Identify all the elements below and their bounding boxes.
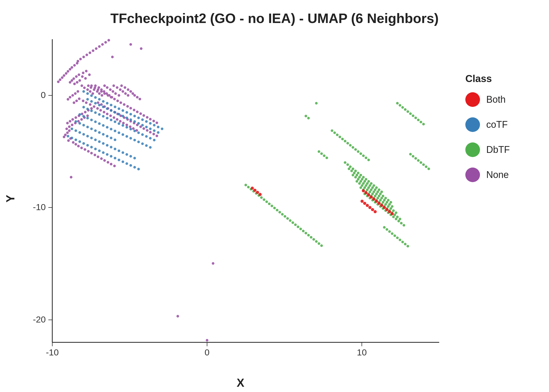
svg-point-249 (137, 131, 140, 134)
svg-point-116 (69, 120, 71, 123)
svg-point-239 (98, 113, 101, 116)
svg-point-145 (104, 41, 107, 44)
svg-point-267 (129, 137, 132, 140)
svg-text:10: 10 (357, 347, 367, 357)
svg-point-432 (307, 117, 310, 119)
svg-point-90 (97, 101, 99, 104)
svg-point-265 (122, 133, 124, 136)
svg-point-224 (118, 113, 120, 116)
svg-point-85 (122, 122, 125, 124)
svg-point-277 (90, 128, 93, 130)
svg-point-335 (348, 168, 350, 170)
svg-point-261 (106, 126, 108, 129)
svg-point-247 (129, 128, 132, 130)
svg-point-173 (113, 165, 116, 167)
svg-point-120 (80, 118, 83, 121)
svg-point-114 (75, 116, 77, 119)
svg-point-316 (125, 162, 128, 165)
svg-point-138 (82, 56, 85, 58)
svg-point-105 (146, 129, 148, 132)
svg-point-216 (86, 98, 89, 101)
legend: Class Both coTF DbTF None (465, 73, 533, 193)
svg-point-112 (81, 113, 83, 115)
svg-point-125 (65, 128, 68, 130)
svg-point-189 (139, 112, 142, 115)
svg-point-490 (412, 155, 414, 158)
svg-point-427 (359, 152, 362, 155)
svg-point-234 (157, 131, 159, 134)
svg-point-266 (125, 135, 128, 138)
svg-point-442 (417, 119, 420, 121)
svg-point-502 (375, 200, 378, 203)
svg-point-457 (404, 243, 407, 245)
svg-point-255 (82, 115, 85, 118)
legend-color-dbtf (465, 142, 480, 157)
y-axis-label: Y (3, 34, 18, 363)
legend-color-none (465, 168, 480, 182)
svg-point-183 (119, 101, 122, 104)
svg-point-175 (94, 87, 96, 89)
svg-point-180 (110, 96, 112, 99)
svg-point-198 (94, 96, 97, 99)
svg-point-252 (149, 137, 152, 140)
svg-point-441 (414, 117, 417, 119)
svg-point-412 (395, 218, 397, 220)
svg-point-248 (133, 130, 136, 132)
svg-point-238 (94, 111, 97, 114)
svg-point-133 (61, 76, 64, 79)
svg-point-65 (77, 90, 79, 93)
svg-point-431 (305, 115, 307, 117)
svg-point-472 (278, 211, 281, 214)
svg-point-88 (132, 127, 135, 130)
svg-point-37 (101, 94, 103, 97)
svg-point-352 (352, 174, 354, 176)
svg-point-474 (284, 215, 286, 218)
svg-point-64 (139, 98, 141, 100)
svg-point-203 (114, 106, 116, 108)
svg-point-47 (109, 88, 112, 91)
svg-point-465 (260, 196, 263, 199)
svg-point-46 (106, 86, 108, 89)
scatter-plot: -10 0 10 0 -10 -20 (31, 34, 450, 363)
svg-point-498 (364, 191, 368, 194)
svg-point-303 (75, 139, 77, 141)
svg-point-212 (149, 122, 152, 125)
svg-point-306 (86, 144, 89, 147)
svg-point-274 (78, 122, 81, 125)
svg-point-514 (363, 202, 366, 205)
svg-point-179 (107, 94, 109, 97)
svg-point-420 (341, 138, 344, 140)
svg-point-144 (101, 43, 104, 46)
svg-point-229 (137, 122, 140, 125)
svg-point-298 (125, 153, 128, 156)
svg-point-188 (136, 111, 139, 113)
svg-point-60 (129, 90, 132, 93)
svg-point-228 (133, 120, 136, 123)
svg-point-244 (118, 122, 120, 125)
svg-point-213 (153, 124, 156, 126)
svg-point-139 (85, 54, 88, 56)
svg-point-78 (99, 109, 102, 112)
svg-point-264 (118, 131, 120, 134)
svg-point-292 (102, 142, 105, 145)
svg-point-503 (378, 202, 381, 205)
svg-point-74 (85, 101, 88, 104)
svg-point-172 (110, 163, 112, 165)
svg-point-200 (102, 100, 105, 103)
svg-point-167 (94, 154, 96, 156)
svg-point-240 (102, 115, 105, 118)
svg-point-486 (315, 240, 318, 243)
svg-point-291 (98, 140, 101, 143)
svg-point-186 (129, 107, 132, 109)
svg-point-258 (94, 120, 97, 123)
svg-point-433 (315, 102, 318, 105)
svg-point-275 (82, 124, 85, 126)
svg-point-470 (273, 207, 276, 209)
svg-point-124 (68, 125, 71, 128)
svg-point-166 (90, 152, 93, 154)
svg-point-81 (109, 114, 112, 117)
svg-point-456 (401, 241, 404, 243)
svg-point-308 (94, 148, 97, 150)
svg-point-18 (84, 77, 87, 80)
svg-point-286 (78, 131, 81, 134)
